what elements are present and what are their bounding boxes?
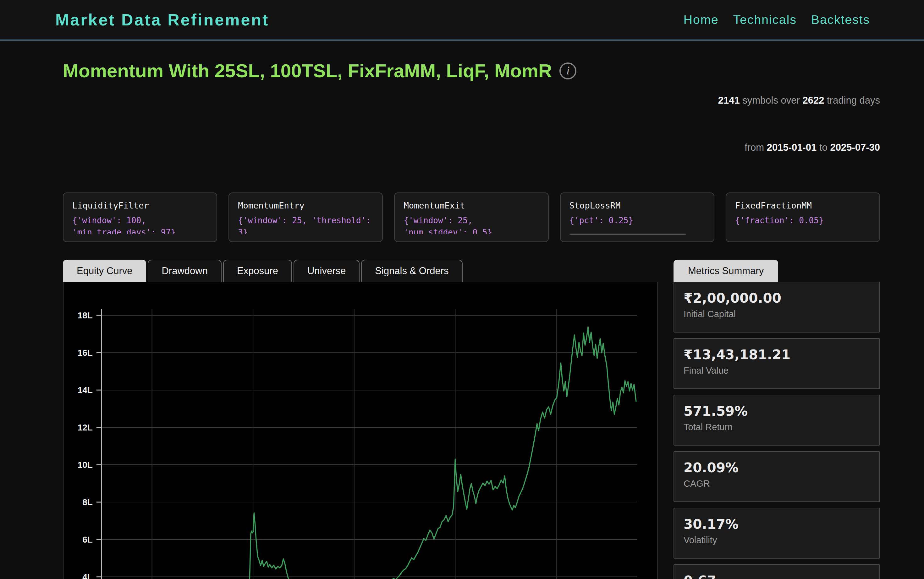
param-config: {'window': 25, 'num_stddev': 0.5} xyxy=(404,214,539,234)
metric-value: ₹13,43,181.21 xyxy=(684,347,870,362)
param-config: {'window': 25, 'threshold': 3} xyxy=(238,214,373,234)
metric-label: CAGR xyxy=(684,479,870,489)
metric-value: ₹2,00,000.00 xyxy=(684,290,870,306)
metric-card-sharpe-ratio: 0.67 Sharpe Ratio xyxy=(673,564,880,579)
param-config: {'pct': 0.25} xyxy=(569,214,705,226)
metric-value: 20.09% xyxy=(684,460,870,475)
param-config: {'fraction': 0.05} xyxy=(735,214,871,226)
app-logo: Market Data Refinement xyxy=(55,10,269,29)
metric-value: 30.17% xyxy=(684,517,870,532)
param-card-momentum-entry: MomentumEntry {'window': 25, 'threshold'… xyxy=(228,193,383,242)
svg-text:14L: 14L xyxy=(78,385,93,395)
run-stats: 2141 symbols over 2622 trading days from… xyxy=(718,61,880,187)
metrics-summary-column: Metrics Summary ₹2,00,000.00 Initial Cap… xyxy=(673,260,880,579)
nav-technicals[interactable]: Technicals xyxy=(733,13,797,27)
tab-universe[interactable]: Universe xyxy=(294,260,359,282)
workspace: Equity Curve Drawdown Exposure Universe … xyxy=(63,260,880,579)
param-title: MomentumExit xyxy=(404,201,539,210)
app-header: Market Data Refinement Home Technicals B… xyxy=(0,0,924,41)
param-card-liquidity-filter: LiquidityFilter {'window': 100, 'min_tra… xyxy=(63,193,217,242)
param-title: MomentumEntry xyxy=(238,201,373,210)
svg-text:18L: 18L xyxy=(78,311,93,320)
metric-label: Volatility xyxy=(684,535,870,545)
metric-label: Initial Capital xyxy=(684,309,870,319)
metric-card-initial-capital: ₹2,00,000.00 Initial Capital xyxy=(673,282,880,332)
metrics-summary-header: Metrics Summary xyxy=(673,260,778,282)
svg-text:16L: 16L xyxy=(78,348,93,358)
nav-home[interactable]: Home xyxy=(684,13,719,27)
run-stats-dates: from 2015-01-01 to 2025-07-30 xyxy=(718,140,880,155)
param-card-momentum-exit: MomentumExit {'window': 25, 'num_stddev'… xyxy=(394,193,548,242)
metric-label: Final Value xyxy=(684,365,870,376)
info-icon[interactable]: i xyxy=(560,62,576,79)
svg-text:4L: 4L xyxy=(82,572,93,579)
svg-text:8L: 8L xyxy=(82,497,93,507)
tab-bar: Equity Curve Drawdown Exposure Universe … xyxy=(63,260,658,282)
horizontal-scrollbar[interactable] xyxy=(569,234,686,235)
nav-backtests[interactable]: Backtests xyxy=(811,13,870,27)
main-content: Momentum With 25SL, 100TSL, FixFraMM, Li… xyxy=(0,60,924,579)
param-title: StopLossRM xyxy=(569,201,705,210)
svg-text:6L: 6L xyxy=(82,535,93,545)
tab-exposure[interactable]: Exposure xyxy=(223,260,292,282)
metric-card-cagr: 20.09% CAGR xyxy=(673,451,880,502)
metric-card-total-return: 571.59% Total Return xyxy=(673,395,880,446)
metric-label: Total Return xyxy=(684,422,870,432)
svg-text:10L: 10L xyxy=(78,460,93,470)
equity-curve-panel: 2L4L6L8L10L12L14L16L18L20162018202020222… xyxy=(63,282,658,579)
strategy-params-row: LiquidityFilter {'window': 100, 'min_tra… xyxy=(63,193,880,242)
main-nav: Home Technicals Backtests xyxy=(684,13,870,27)
param-card-fixed-fraction: FixedFractionMM {'fraction': 0.05} xyxy=(726,193,880,242)
svg-text:12L: 12L xyxy=(78,423,93,432)
param-title: FixedFractionMM xyxy=(735,201,871,210)
metric-value: 0.67 xyxy=(684,573,870,579)
run-stats-symbols: 2141 symbols over 2622 trading days xyxy=(718,93,880,108)
param-card-stop-loss: StopLossRM {'pct': 0.25} xyxy=(560,193,714,242)
metric-card-final-value: ₹13,43,181.21 Final Value xyxy=(673,338,880,389)
tab-signals-orders[interactable]: Signals & Orders xyxy=(361,260,462,282)
chart-column: Equity Curve Drawdown Exposure Universe … xyxy=(63,260,658,579)
param-config: {'window': 100, 'min_trade_days': 97} xyxy=(72,214,208,234)
tab-equity-curve[interactable]: Equity Curve xyxy=(63,260,146,282)
metric-card-volatility: 30.17% Volatility xyxy=(673,508,880,559)
equity-curve-chart: 2L4L6L8L10L12L14L16L18L20162018202020222… xyxy=(64,282,657,579)
metric-value: 571.59% xyxy=(684,404,870,419)
param-title: LiquidityFilter xyxy=(72,201,208,210)
page-title: Momentum With 25SL, 100TSL, FixFraMM, Li… xyxy=(63,60,552,82)
tab-drawdown[interactable]: Drawdown xyxy=(148,260,221,282)
title-row: Momentum With 25SL, 100TSL, FixFraMM, Li… xyxy=(63,60,880,187)
